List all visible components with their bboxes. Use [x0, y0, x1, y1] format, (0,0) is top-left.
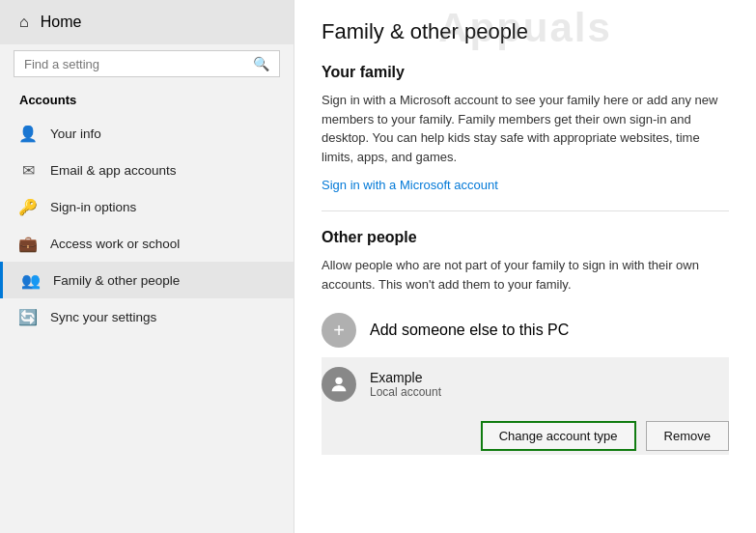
main-content: Appuals Family & other people Your famil… — [294, 0, 756, 533]
home-label: Home — [41, 14, 82, 31]
sidebar-item-label: Email & app accounts — [50, 163, 177, 178]
page-title: Family & other people — [322, 19, 729, 44]
sidebar-item-label: Your info — [50, 126, 101, 141]
sign-in-icon: 🔑 — [19, 198, 37, 215]
avatar — [322, 367, 356, 402]
other-people-desc: Allow people who are not part of your fa… — [322, 256, 729, 294]
sign-in-microsoft-link[interactable]: Sign in with a Microsoft account — [322, 178, 498, 192]
person-type: Local account — [370, 385, 719, 399]
your-family-title: Your family — [322, 64, 729, 81]
family-icon: 👥 — [22, 271, 40, 289]
sidebar-item-family-other-people[interactable]: 👥 Family & other people — [0, 262, 294, 298]
sync-icon: 🔄 — [19, 308, 37, 325]
other-people-title: Other people — [322, 229, 729, 246]
person-name: Example — [370, 370, 719, 385]
your-family-desc: Sign in with a Microsoft account to see … — [322, 91, 729, 166]
add-person-label: Add someone else to this PC — [370, 322, 569, 339]
buttons-row: Change account type Remove — [322, 411, 729, 455]
email-icon: ✉ — [19, 161, 37, 179]
sidebar-item-label: Sync your settings — [50, 310, 156, 324]
your-info-icon: 👤 — [19, 125, 37, 142]
person-info: Example Local account — [370, 370, 719, 399]
sidebar-item-label: Sign-in options — [50, 200, 136, 214]
home-icon: ⌂ — [19, 14, 29, 31]
work-icon: 💼 — [19, 235, 37, 252]
svg-point-0 — [335, 378, 342, 384]
search-input[interactable] — [24, 57, 253, 71]
search-box[interactable]: 🔍 — [14, 50, 280, 77]
change-account-type-button[interactable]: Change account type — [481, 421, 636, 451]
remove-button[interactable]: Remove — [646, 421, 729, 451]
add-person-row[interactable]: + Add someone else to this PC — [322, 303, 729, 357]
sidebar-item-email-app-accounts[interactable]: ✉ Email & app accounts — [0, 152, 294, 188]
accounts-label: Accounts — [0, 89, 294, 115]
divider — [322, 210, 729, 211]
sidebar-item-your-info[interactable]: 👤 Your info — [0, 115, 294, 152]
add-person-icon: + — [322, 313, 356, 348]
sidebar-item-access-work-school[interactable]: 💼 Access work or school — [0, 225, 294, 262]
search-icon: 🔍 — [253, 56, 269, 71]
sidebar-item-label: Access work or school — [50, 237, 180, 251]
sidebar-item-sign-in-options[interactable]: 🔑 Sign-in options — [0, 188, 294, 225]
sidebar-home-button[interactable]: ⌂ Home — [0, 0, 294, 44]
person-row: Example Local account — [322, 357, 729, 411]
sidebar-item-label: Family & other people — [53, 273, 180, 288]
sidebar: ⌂ Home 🔍 Accounts 👤 Your info ✉ Email & … — [0, 0, 294, 533]
sidebar-item-sync-settings[interactable]: 🔄 Sync your settings — [0, 298, 294, 335]
